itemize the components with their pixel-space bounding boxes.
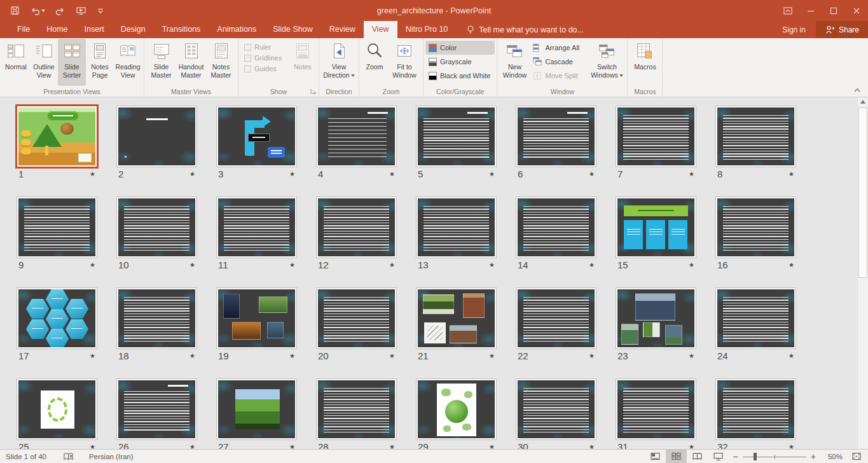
slide-26-thumbnail[interactable] bbox=[117, 379, 196, 439]
language-indicator[interactable]: Persian (Iran) bbox=[81, 453, 141, 460]
slide-24-thumbnail[interactable] bbox=[716, 288, 796, 349]
guides-checkbox[interactable]: Guides bbox=[244, 65, 286, 73]
slide-7-thumbnail[interactable] bbox=[616, 106, 696, 167]
zoom-slider[interactable] bbox=[743, 452, 806, 461]
slide-10-thumbnail[interactable] bbox=[117, 197, 196, 258]
slide-1-thumbnail[interactable] bbox=[17, 106, 97, 167]
reading-view-button[interactable]: Reading View bbox=[114, 39, 142, 86]
notes-master-button[interactable]: Notes Master bbox=[206, 39, 236, 86]
zoom-in-button[interactable]: + bbox=[806, 452, 820, 461]
slide-23-thumbnail[interactable] bbox=[616, 288, 696, 349]
undo-button[interactable] bbox=[30, 6, 45, 16]
transition-star-icon[interactable]: ★ bbox=[789, 352, 794, 359]
tab-transitions[interactable]: Transitions bbox=[154, 21, 209, 38]
slide-13-thumbnail[interactable] bbox=[417, 197, 496, 258]
slide-8-thumbnail[interactable] bbox=[716, 106, 796, 167]
statusbar-normal-view-button[interactable] bbox=[645, 450, 666, 463]
slide-3-thumbnail[interactable] bbox=[217, 106, 296, 167]
transition-star-icon[interactable]: ★ bbox=[90, 170, 95, 177]
switch-windows-button[interactable]: Switch Windows bbox=[588, 39, 625, 86]
transition-star-icon[interactable]: ★ bbox=[189, 170, 195, 177]
macros-button[interactable]: Macros bbox=[630, 39, 660, 86]
transition-star-icon[interactable]: ★ bbox=[389, 261, 395, 268]
slide-sorter-button[interactable]: Slide Sorter bbox=[58, 39, 86, 86]
tab-view[interactable]: View bbox=[364, 21, 397, 38]
tab-slide-show[interactable]: Slide Show bbox=[265, 21, 321, 38]
vertical-scrollbar[interactable] bbox=[857, 98, 868, 449]
slide-master-button[interactable]: Slide Master bbox=[146, 39, 176, 86]
zoom-slider-handle[interactable] bbox=[754, 453, 757, 460]
scroll-up-arrow[interactable] bbox=[860, 100, 865, 104]
notes-button[interactable]: Notes bbox=[289, 39, 317, 86]
undo-dropdown-caret[interactable] bbox=[41, 10, 45, 12]
transition-star-icon[interactable]: ★ bbox=[189, 261, 195, 268]
slide-25-thumbnail[interactable] bbox=[17, 379, 97, 439]
transition-star-icon[interactable]: ★ bbox=[489, 443, 495, 449]
outline-view-button[interactable]: Outline View bbox=[30, 39, 58, 86]
tab-home[interactable]: Home bbox=[38, 21, 76, 38]
notes-page-button[interactable]: Notes Page bbox=[86, 39, 114, 86]
transition-star-icon[interactable]: ★ bbox=[90, 352, 95, 359]
sign-in-button[interactable]: Sign in bbox=[772, 21, 816, 38]
slide-6-thumbnail[interactable] bbox=[516, 106, 596, 167]
new-window-button[interactable]: New Window bbox=[499, 39, 530, 86]
tab-animations[interactable]: Animations bbox=[209, 21, 265, 38]
normal-view-button[interactable]: Normal bbox=[2, 39, 30, 86]
collapse-ribbon-button[interactable] bbox=[853, 87, 862, 93]
share-button[interactable]: Share bbox=[816, 21, 868, 38]
color-button[interactable]: Color bbox=[425, 41, 495, 55]
slide-17-thumbnail[interactable] bbox=[17, 288, 97, 349]
arrange-all-button[interactable]: Arrange All bbox=[530, 41, 588, 55]
transition-star-icon[interactable]: ★ bbox=[289, 261, 295, 268]
show-dialog-launcher[interactable] bbox=[310, 88, 317, 95]
slide-27-thumbnail[interactable] bbox=[217, 379, 296, 439]
transition-star-icon[interactable]: ★ bbox=[389, 170, 395, 177]
transition-star-icon[interactable]: ★ bbox=[289, 352, 295, 359]
slide-15-thumbnail[interactable] bbox=[616, 197, 696, 258]
slide-14-thumbnail[interactable] bbox=[516, 197, 596, 258]
statusbar-slideshow-button[interactable] bbox=[708, 450, 729, 463]
transition-star-icon[interactable]: ★ bbox=[489, 170, 495, 177]
view-direction-button[interactable]: View Direction bbox=[321, 39, 357, 86]
transition-star-icon[interactable]: ★ bbox=[589, 170, 595, 177]
slide-31-thumbnail[interactable] bbox=[616, 379, 696, 439]
transition-star-icon[interactable]: ★ bbox=[389, 352, 395, 359]
zoom-button[interactable]: Zoom bbox=[361, 39, 388, 86]
transition-star-icon[interactable]: ★ bbox=[789, 170, 794, 177]
slide-19-thumbnail[interactable] bbox=[217, 288, 296, 349]
tab-file[interactable]: File bbox=[9, 21, 38, 38]
close-button[interactable] bbox=[845, 0, 868, 21]
grayscale-button[interactable]: Grayscale bbox=[425, 55, 495, 69]
redo-button[interactable] bbox=[55, 6, 65, 16]
tab-insert[interactable]: Insert bbox=[76, 21, 113, 38]
slide-2-thumbnail[interactable] bbox=[117, 106, 196, 167]
slide-30-thumbnail[interactable] bbox=[516, 379, 596, 439]
slide-21-thumbnail[interactable] bbox=[417, 288, 496, 349]
minimize-button[interactable] bbox=[799, 0, 822, 21]
spell-check-button[interactable] bbox=[55, 452, 81, 461]
zoom-out-button[interactable]: − bbox=[729, 452, 743, 461]
statusbar-slide-sorter-button[interactable] bbox=[666, 450, 687, 463]
transition-star-icon[interactable]: ★ bbox=[389, 443, 395, 449]
ribbon-display-options-button[interactable] bbox=[776, 0, 799, 21]
move-split-button[interactable]: Move Split bbox=[530, 69, 588, 83]
slide-20-thumbnail[interactable] bbox=[317, 288, 396, 349]
slide-28-thumbnail[interactable] bbox=[317, 379, 396, 439]
handout-master-button[interactable]: Handout Master bbox=[176, 39, 206, 86]
start-slideshow-button[interactable] bbox=[76, 6, 86, 16]
slide-9-thumbnail[interactable] bbox=[17, 197, 97, 258]
black-and-white-button[interactable]: Black and White bbox=[425, 69, 495, 83]
statusbar-reading-view-button[interactable] bbox=[687, 450, 708, 463]
fit-to-window-button[interactable]: Fit to Window bbox=[388, 39, 421, 86]
transition-star-icon[interactable]: ★ bbox=[489, 261, 495, 268]
transition-star-icon[interactable]: ★ bbox=[689, 443, 694, 449]
transition-star-icon[interactable]: ★ bbox=[789, 261, 794, 268]
transition-star-icon[interactable]: ★ bbox=[189, 352, 195, 359]
save-button[interactable] bbox=[10, 6, 20, 15]
transition-star-icon[interactable]: ★ bbox=[289, 170, 295, 177]
tab-review[interactable]: Review bbox=[321, 21, 364, 38]
slide-32-thumbnail[interactable] bbox=[716, 379, 796, 439]
maximize-button[interactable] bbox=[822, 0, 845, 21]
fit-slide-to-window-button[interactable] bbox=[849, 452, 868, 461]
slide-18-thumbnail[interactable] bbox=[117, 288, 196, 349]
